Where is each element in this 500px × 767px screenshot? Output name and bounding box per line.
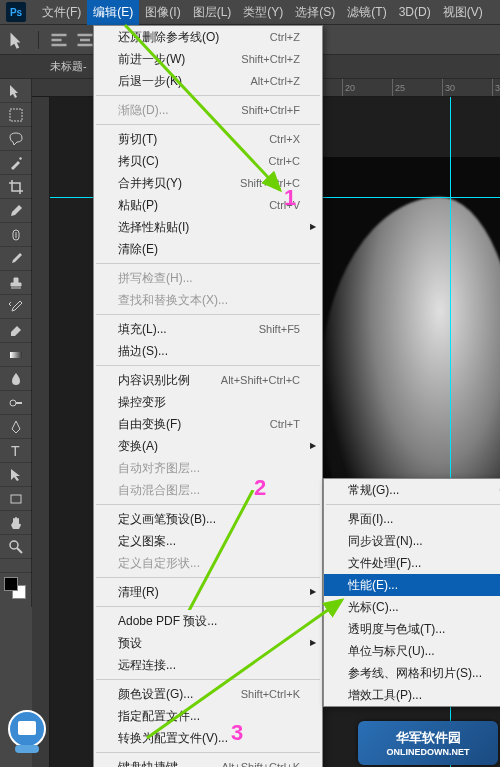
menu-item-label: 增效工具(P)...	[348, 687, 422, 703]
menu-item[interactable]: 光标(C)...	[324, 596, 500, 618]
tool-rectangle[interactable]	[0, 487, 32, 511]
menu-item[interactable]: 转换为配置文件(V)...	[94, 727, 322, 749]
menu-item[interactable]: 增效工具(P)...	[324, 684, 500, 706]
menu-item[interactable]: 粘贴(P)Ctrl+V	[94, 194, 322, 216]
menu-shortcut: Shift+Ctrl+K	[241, 686, 300, 702]
menu-item: 定义自定形状...	[94, 552, 322, 574]
menu-item-label: 定义图案...	[118, 533, 176, 549]
menu-item-label: 合并拷贝(Y)	[118, 175, 182, 191]
tool-history-brush[interactable]	[0, 295, 32, 319]
menu-item-label: 变换(A)	[118, 438, 158, 454]
menu-file[interactable]: 文件(F)	[36, 0, 87, 25]
menu-item[interactable]: 远程连接...	[94, 654, 322, 676]
menu-item-label: 自由变换(F)	[118, 416, 181, 432]
menu-item[interactable]: 清除(E)	[94, 238, 322, 260]
menu-item-label: 自动对齐图层...	[118, 460, 200, 476]
fg-color-swatch[interactable]	[4, 577, 18, 591]
menu-item-label: 拷贝(C)	[118, 153, 159, 169]
menu-item[interactable]: 选择性粘贴(I)	[94, 216, 322, 238]
menu-shortcut: Alt+Ctrl+Z	[250, 73, 300, 89]
menu-item-label: 还原删除参考线(O)	[118, 29, 219, 45]
menu-item-label: 选择性粘贴(I)	[118, 219, 189, 235]
menu-item[interactable]: 后退一步(K)Alt+Ctrl+Z	[94, 70, 322, 92]
menu-item[interactable]: 性能(E)...	[324, 574, 500, 596]
tool-blur[interactable]	[0, 367, 32, 391]
menu-view[interactable]: 视图(V)	[437, 0, 489, 25]
menu-edit[interactable]: 编辑(E)	[87, 0, 139, 25]
menu-item[interactable]: 前进一步(W)Shift+Ctrl+Z	[94, 48, 322, 70]
menu-item[interactable]: 同步设置(N)...	[324, 530, 500, 552]
menu-filter[interactable]: 滤镜(T)	[341, 0, 392, 25]
tool-eraser[interactable]	[0, 319, 32, 343]
menu-item[interactable]: 单位与标尺(U)...	[324, 640, 500, 662]
menu-item[interactable]: 常规(G)...Ctrl+K	[324, 479, 500, 501]
menu-item[interactable]: 键盘快捷键...Alt+Shift+Ctrl+K	[94, 756, 322, 767]
menu-item-label: 剪切(T)	[118, 131, 157, 147]
document-tab[interactable]: 未标题-	[40, 55, 97, 78]
move-tool-icon	[8, 30, 28, 50]
tool-stamp[interactable]	[0, 271, 32, 295]
menu-select[interactable]: 选择(S)	[289, 0, 341, 25]
menu-item-label: 填充(L)...	[118, 321, 167, 337]
menu-item[interactable]: 拷贝(C)Ctrl+C	[94, 150, 322, 172]
menu-item[interactable]: 定义图案...	[94, 530, 322, 552]
menu-item[interactable]: 文件处理(F)...	[324, 552, 500, 574]
menu-item[interactable]: 自由变换(F)Ctrl+T	[94, 413, 322, 435]
svg-rect-5	[78, 43, 93, 46]
menu-item[interactable]: 内容识别比例Alt+Shift+Ctrl+C	[94, 369, 322, 391]
menu-item[interactable]: 参考线、网格和切片(S)...	[324, 662, 500, 684]
tool-healing[interactable]	[0, 223, 32, 247]
tool-crop[interactable]	[0, 175, 32, 199]
menu-item[interactable]: 颜色设置(G)...Shift+Ctrl+K	[94, 683, 322, 705]
tool-sep	[0, 559, 32, 573]
tool-path-select[interactable]	[0, 463, 32, 487]
tool-gradient[interactable]	[0, 343, 32, 367]
tool-pen[interactable]	[0, 415, 32, 439]
align-icon-2[interactable]	[75, 30, 95, 50]
menu-image[interactable]: 图像(I)	[139, 0, 186, 25]
menu-item-label: 界面(I)...	[348, 511, 393, 527]
menu-item[interactable]: 填充(L)...Shift+F5	[94, 318, 322, 340]
align-icon[interactable]	[49, 30, 69, 50]
menu-3d[interactable]: 3D(D)	[393, 1, 437, 23]
menu-item[interactable]: 操控变形	[94, 391, 322, 413]
menu-item[interactable]: 描边(S)...	[94, 340, 322, 362]
menu-item[interactable]: 预设	[94, 632, 322, 654]
tool-eyedropper[interactable]	[0, 199, 32, 223]
svg-rect-2	[52, 43, 67, 46]
menu-separator	[96, 95, 320, 96]
tool-lasso[interactable]	[0, 127, 32, 151]
menu-type[interactable]: 类型(Y)	[237, 0, 289, 25]
menu-item[interactable]: 还原删除参考线(O)Ctrl+Z	[94, 26, 322, 48]
menubar: Ps 文件(F) 编辑(E) 图像(I) 图层(L) 类型(Y) 选择(S) 滤…	[0, 0, 500, 25]
ruler-tick: 30	[442, 79, 492, 96]
menu-item-label: 渐隐(D)...	[118, 102, 169, 118]
menu-item[interactable]: 界面(I)...	[324, 508, 500, 530]
menu-layer[interactable]: 图层(L)	[187, 0, 238, 25]
menu-item[interactable]: 变换(A)	[94, 435, 322, 457]
menu-item[interactable]: 透明度与色域(T)...	[324, 618, 500, 640]
menu-item[interactable]: 定义画笔预设(B)...	[94, 508, 322, 530]
menu-item[interactable]: Adobe PDF 预设...	[94, 610, 322, 632]
tool-brush[interactable]	[0, 247, 32, 271]
menu-shortcut: Alt+Shift+Ctrl+K	[221, 759, 300, 767]
svg-point-19	[10, 400, 16, 406]
tool-zoom[interactable]	[0, 535, 32, 559]
tool-marquee[interactable]	[0, 103, 32, 127]
tool-type[interactable]: T	[0, 439, 32, 463]
tool-hand[interactable]	[0, 511, 32, 535]
menu-item[interactable]: 指定配置文件...	[94, 705, 322, 727]
ruler-vertical	[32, 97, 50, 767]
menu-item[interactable]: 剪切(T)Ctrl+X	[94, 128, 322, 150]
color-swatches[interactable]	[0, 573, 31, 607]
watermark-subtitle: ONLINEDOWN.NET	[387, 747, 470, 757]
menu-item[interactable]: 合并拷贝(Y)Shift+Ctrl+C	[94, 172, 322, 194]
menu-item-label: 定义自定形状...	[118, 555, 200, 571]
svg-rect-0	[52, 33, 67, 36]
menu-item-label: 粘贴(P)	[118, 197, 158, 213]
svg-line-24	[17, 548, 22, 553]
tool-dodge[interactable]	[0, 391, 32, 415]
tool-wand[interactable]	[0, 151, 32, 175]
menu-item[interactable]: 清理(R)	[94, 581, 322, 603]
tool-move[interactable]	[0, 79, 32, 103]
